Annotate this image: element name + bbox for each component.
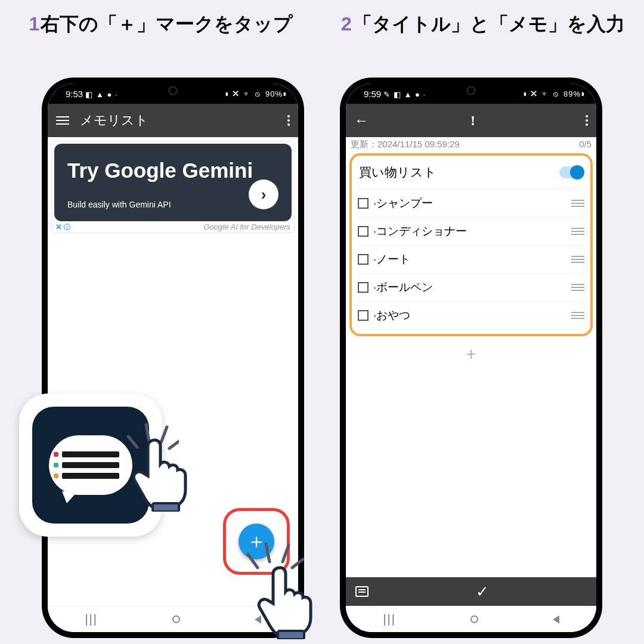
meta-bar: 更新：2024/11/15 09:59:29 0/5 (346, 137, 596, 152)
app-icon (19, 394, 162, 537)
nav-back-icon[interactable] (255, 615, 261, 624)
list-item-label[interactable]: ·ボールペン (373, 280, 433, 295)
checkbox-icon[interactable] (358, 310, 369, 321)
svg-line-6 (266, 544, 270, 562)
updated-time: 更新：2024/11/15 09:59:29 (351, 139, 460, 150)
drag-handle-icon[interactable] (571, 226, 584, 237)
status-left-icons: ✎ ◧ ▲ ● · (383, 90, 426, 99)
ad-footer-text: Google AI for Developers (204, 222, 290, 231)
nav-recent-icon[interactable]: ||| (383, 612, 396, 626)
confirm-check-icon[interactable]: ✓ (476, 583, 489, 601)
memo-title-input[interactable]: 買い物リスト (359, 164, 436, 181)
app-icon-bubble (49, 435, 132, 495)
checkbox-icon[interactable] (358, 254, 369, 265)
svg-line-2 (161, 427, 167, 442)
drag-handle-icon[interactable] (571, 310, 584, 321)
status-time: 9:59 (364, 89, 381, 99)
checkbox-icon[interactable] (358, 282, 369, 293)
list-item[interactable]: ·コンディショナー (354, 217, 588, 245)
overflow-menu-icon[interactable] (287, 115, 290, 126)
svg-line-8 (292, 559, 303, 568)
checkbox-icon[interactable] (358, 198, 369, 209)
svg-line-0 (128, 436, 137, 447)
nav-home-icon[interactable] (172, 615, 180, 623)
hamburger-icon[interactable] (56, 114, 69, 127)
step1-text: 右下の「＋」マークをタップ (41, 13, 293, 35)
list-item-label[interactable]: ·ノート (373, 252, 410, 267)
camera-hole (168, 86, 178, 95)
status-right-icons: ▮ ✕ ᯤ ⦸ 89%▮ (523, 89, 586, 98)
status-time: 9:53 (66, 89, 83, 99)
app-bar: ← ! (346, 104, 596, 137)
android-nav-bar: ||| (346, 606, 596, 632)
svg-line-3 (169, 441, 179, 448)
list-item-label[interactable]: ·おやつ (373, 308, 410, 323)
list-item[interactable]: ·ボールペン (354, 273, 588, 301)
count-indicator: 0/5 (579, 139, 592, 150)
checkbox-icon[interactable] (358, 226, 369, 237)
tap-spark-icon (125, 417, 179, 459)
list-item-label[interactable]: ·シャンプー (373, 196, 433, 211)
svg-line-7 (283, 545, 289, 562)
note-icon[interactable] (355, 586, 369, 597)
drag-handle-icon[interactable] (571, 282, 584, 293)
list-item-label[interactable]: ·コンディショナー (373, 224, 467, 239)
list-item[interactable]: ·シャンプー (354, 189, 588, 217)
nav-recent-icon[interactable]: ||| (85, 612, 98, 626)
bottom-action-bar: ✓ (346, 577, 596, 606)
back-icon[interactable]: ← (354, 112, 369, 129)
list-item[interactable]: ·おやつ (354, 301, 588, 329)
step2-number: 2 (341, 13, 352, 35)
appbar-title: メモリスト (80, 112, 148, 129)
ad-subtitle: Build easily with Gemini API (67, 200, 278, 209)
ad-info-icon[interactable]: i (64, 224, 70, 230)
toggle-switch[interactable] (559, 166, 583, 178)
memo-highlight-card: 買い物リスト ·シャンプー ·コンディショナー ·ノート ·ボールペン ·おやつ (349, 153, 593, 336)
android-nav-bar: ||| (48, 606, 298, 632)
ad-close-icon[interactable]: ✕ (55, 222, 62, 231)
step2-text: 「タイトル」と「メモ」を入力 (353, 13, 625, 35)
status-right-icons: ▮ ✕ ᯤ ⦸ 90%▮ (225, 89, 287, 98)
ad-card[interactable]: Try Google Gemini Build easily with Gemi… (51, 141, 295, 233)
add-item-button[interactable]: ＋ (346, 338, 596, 370)
app-bar: メモリスト (48, 104, 298, 137)
svg-line-1 (146, 425, 149, 441)
svg-line-5 (248, 555, 258, 568)
nav-back-icon[interactable] (553, 615, 559, 624)
drag-handle-icon[interactable] (571, 198, 584, 209)
tap-spark-icon (244, 537, 304, 578)
nav-home-icon[interactable] (470, 615, 478, 623)
status-left-icons: ◧ ▲ ● · (85, 90, 117, 99)
overflow-menu-icon[interactable] (586, 115, 588, 126)
list-item[interactable]: ·ノート (354, 245, 588, 273)
drag-handle-icon[interactable] (571, 254, 584, 265)
camera-hole (466, 86, 476, 95)
alert-icon[interactable]: ! (470, 113, 475, 129)
ad-title: Try Google Gemini (67, 158, 278, 183)
instruction-heading: 1右下の「＋」マークをタップ 2「タイトル」と「メモ」を入力 (0, 11, 644, 38)
phone-right: 9:59 ✎ ◧ ▲ ● · ▮ ✕ ᯤ ⦸ 89%▮ ← ! 更新：2024/… (340, 78, 602, 638)
ad-arrow-icon[interactable]: › (249, 179, 278, 209)
step1-number: 1 (29, 13, 40, 35)
